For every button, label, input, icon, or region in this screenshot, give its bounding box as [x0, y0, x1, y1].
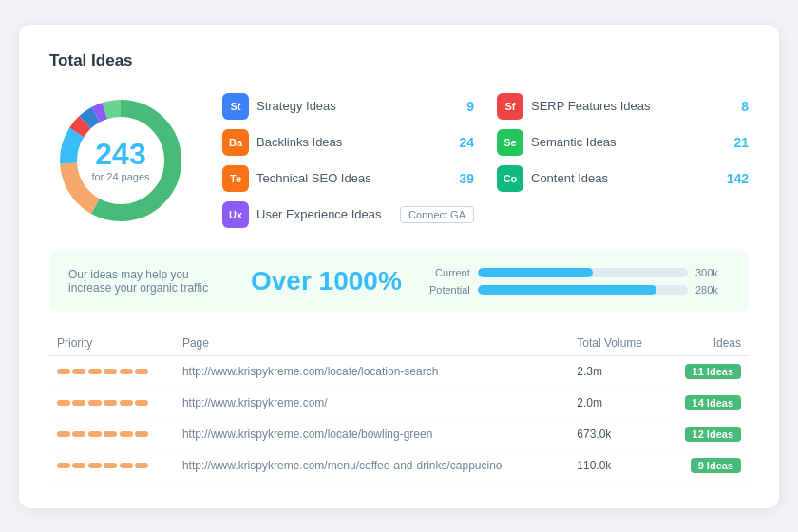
traffic-text: Over 1000% — [251, 266, 402, 296]
volume-cell: 2.3m — [569, 355, 664, 387]
priority-dots — [57, 400, 167, 406]
count-backlinks: 24 — [459, 135, 474, 150]
main-card: Total Ideas 243 — [19, 25, 779, 508]
badge-backlinks: Ba — [222, 129, 249, 156]
badge-serp: Sf — [497, 93, 523, 120]
ideas-count-badge: 9 Ideas — [691, 458, 741, 473]
ideas-table: Priority Page Total Volume Ideas http://… — [49, 331, 749, 482]
col-page: Page — [175, 331, 569, 356]
idea-item-content: Co Content Ideas 142 — [497, 165, 749, 192]
priority-dots — [57, 463, 167, 468]
label-technical: Technical SEO Ideas — [256, 171, 447, 185]
badge-content: Co — [497, 165, 523, 192]
table-row: http://www.krispykreme.com/locate/locati… — [49, 355, 749, 387]
label-strategy: Strategy Ideas — [256, 99, 455, 113]
ideas-cell: 14 Ideas — [664, 387, 749, 418]
ideas-cell: 11 Ideas — [664, 355, 749, 387]
priority-cell — [49, 418, 175, 449]
bar-current-fill — [478, 268, 594, 277]
bar-current: Current 300k — [421, 267, 730, 278]
donut-center: 243 for 24 pages — [91, 139, 149, 182]
idea-item-ux: Ux User Experience Ideas Connect GA — [222, 201, 474, 228]
label-content: Content Ideas — [531, 171, 715, 185]
idea-item-serp: Sf SERP Features Ideas 8 — [497, 93, 749, 120]
badge-technical: Te — [222, 165, 249, 192]
bar-potential: Potential 280k — [421, 284, 730, 295]
label-backlinks: Backlinks Ideas — [256, 135, 447, 149]
label-ux: User Experience Ideas — [256, 207, 392, 221]
page-cell: http://www.krispykreme.com/locate/locati… — [175, 355, 569, 387]
bar-potential-label: Potential — [421, 284, 470, 295]
traffic-section: Our ideas may help you increase your org… — [49, 251, 749, 312]
card-title: Total Ideas — [49, 51, 749, 70]
count-semantic: 21 — [733, 135, 749, 150]
ideas-count-badge: 11 Ideas — [685, 364, 741, 379]
volume-cell: 2.0m — [569, 387, 664, 418]
table-wrap: Priority Page Total Volume Ideas http://… — [49, 331, 749, 482]
volume-cell: 110.0k — [569, 449, 664, 481]
label-serp: SERP Features Ideas — [531, 99, 730, 113]
table-row: http://www.krispykreme.com/2.0m14 Ideas — [49, 387, 749, 418]
badge-strategy: St — [222, 93, 249, 120]
traffic-percent: Over 1000% — [251, 266, 402, 296]
page-cell: http://www.krispykreme.com/menu/coffee-a… — [175, 449, 569, 481]
top-section: 243 for 24 pages St Strategy Ideas 9 Sf … — [49, 89, 749, 232]
priority-cell — [49, 449, 175, 481]
table-row: http://www.krispykreme.com/locate/bowlin… — [49, 418, 749, 449]
page-cell: http://www.krispykreme.com/locate/bowlin… — [175, 418, 569, 449]
count-content: 142 — [727, 171, 749, 186]
bar-potential-fill — [478, 285, 656, 294]
bar-potential-track — [478, 285, 688, 294]
ideas-cell: 9 Ideas — [664, 449, 749, 481]
bar-current-track — [478, 268, 688, 277]
connect-ga-button[interactable]: Connect GA — [400, 206, 474, 223]
volume-cell: 673.0k — [569, 418, 664, 449]
label-semantic: Semantic Ideas — [531, 135, 722, 149]
badge-semantic: Se — [497, 129, 523, 156]
priority-cell — [49, 355, 175, 387]
bar-potential-value: 280k — [695, 284, 730, 295]
ideas-grid: St Strategy Ideas 9 Sf SERP Features Ide… — [222, 93, 749, 228]
traffic-tagline: Our ideas may help you increase your org… — [68, 268, 228, 294]
col-volume: Total Volume — [569, 331, 664, 356]
idea-item-semantic: Se Semantic Ideas 21 — [497, 129, 749, 156]
ideas-count-badge: 14 Ideas — [685, 395, 741, 410]
ideas-count-badge: 12 Ideas — [685, 427, 741, 442]
badge-ux: Ux — [222, 201, 249, 228]
col-priority: Priority — [49, 331, 175, 356]
priority-dots — [57, 369, 167, 374]
col-ideas: Ideas — [664, 331, 749, 356]
idea-item-technical: Te Technical SEO Ideas 39 — [222, 165, 474, 192]
count-serp: 8 — [741, 99, 749, 114]
priority-cell — [49, 387, 175, 418]
count-strategy: 9 — [466, 99, 474, 114]
page-cell: http://www.krispykreme.com/ — [175, 387, 569, 418]
donut-sub: for 24 pages — [91, 171, 149, 182]
bar-current-value: 300k — [695, 267, 730, 278]
traffic-bars: Current 300k Potential 280k — [421, 267, 730, 295]
ideas-cell: 12 Ideas — [664, 418, 749, 449]
count-technical: 39 — [459, 171, 474, 186]
priority-dots — [57, 431, 167, 437]
donut-chart: 243 for 24 pages — [49, 89, 192, 232]
table-row: http://www.krispykreme.com/menu/coffee-a… — [49, 449, 749, 481]
idea-item-backlinks: Ba Backlinks Ideas 24 — [222, 129, 474, 156]
bar-current-label: Current — [421, 267, 470, 278]
idea-item-strategy: St Strategy Ideas 9 — [222, 93, 474, 120]
donut-number: 243 — [91, 139, 149, 169]
